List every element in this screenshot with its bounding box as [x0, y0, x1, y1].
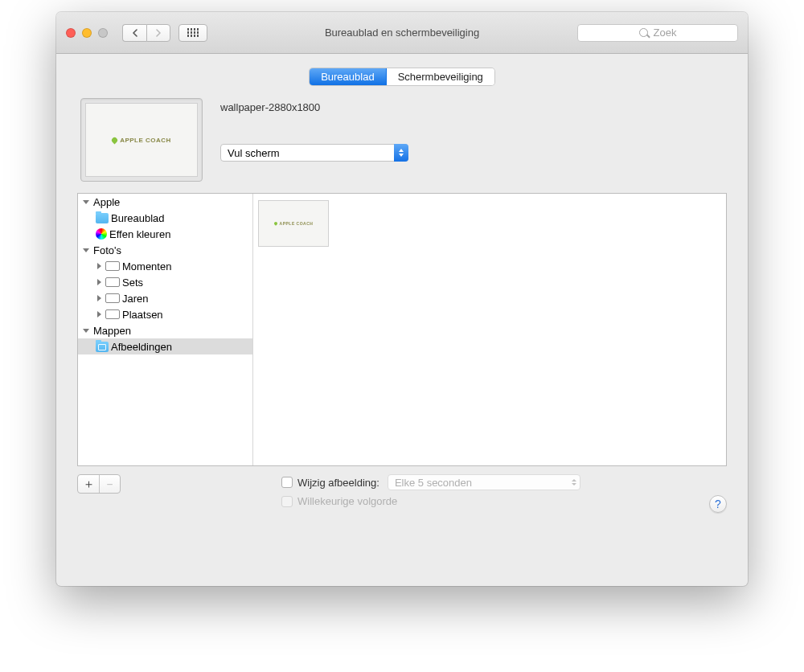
- disclosure-right-icon: [97, 311, 101, 318]
- help-button[interactable]: ?: [709, 495, 727, 513]
- tree-item-pictures[interactable]: Afbeeldingen: [78, 338, 252, 354]
- right-column: wallpaper-2880x1800 Vul scherm: [220, 98, 727, 162]
- random-order-checkbox: [281, 496, 293, 507]
- tree-label: Sets: [122, 277, 143, 289]
- add-remove-group: ＋ －: [77, 474, 121, 494]
- wallpaper-preview-image: APPLE COACH: [85, 103, 198, 177]
- disclosure-down-icon: [83, 200, 89, 204]
- tree-label: Apple: [93, 196, 120, 208]
- tree-label: Momenten: [122, 260, 171, 272]
- preview-logo-text: APPLE COACH: [112, 137, 171, 144]
- tree-item-solid-colors[interactable]: Effen kleuren: [78, 226, 252, 242]
- tree-label: Plaatsen: [122, 309, 163, 321]
- close-icon[interactable]: [66, 28, 76, 38]
- tree-item-desktop[interactable]: Bureaublad: [78, 210, 252, 226]
- nav-group: [122, 24, 170, 42]
- disclosure-right-icon: [97, 295, 101, 301]
- change-picture-label: Wijzig afbeelding:: [297, 477, 379, 489]
- tree-item-places[interactable]: Plaatsen: [78, 306, 252, 322]
- titlebar: Bureaublad en schermbeveiliging Zoek: [56, 12, 748, 54]
- tree-group-photos[interactable]: Foto's: [78, 242, 252, 258]
- tab-control: Bureaublad Schermbeveiliging: [310, 68, 494, 85]
- content: APPLE COACH wallpaper-2880x1800 Vul sche…: [56, 85, 748, 512]
- random-order-label: Willekeurige volgorde: [297, 495, 397, 507]
- thumbnail-logo-text: APPLE COACH: [274, 221, 314, 226]
- tree-item-years[interactable]: Jaren: [78, 290, 252, 306]
- zoom-icon: [98, 28, 108, 38]
- tree-group-apple[interactable]: Apple: [78, 194, 252, 210]
- tab-desktop[interactable]: Bureaublad: [310, 68, 386, 85]
- window-title: Bureaublad en schermbeveiliging: [325, 27, 479, 39]
- disclosure-right-icon: [97, 279, 101, 285]
- collection-icon: [105, 277, 120, 287]
- collection-icon: [105, 309, 120, 319]
- tree-label: Effen kleuren: [109, 228, 170, 240]
- back-button[interactable]: [122, 24, 146, 42]
- search-input[interactable]: Zoek: [577, 24, 738, 42]
- color-wheel-icon: [96, 228, 107, 240]
- show-all-button[interactable]: [178, 24, 207, 42]
- change-picture-row: Wijzig afbeelding: Elke 5 seconden: [281, 474, 580, 490]
- collection-icon: [105, 261, 120, 271]
- select-stepper-icon: [394, 144, 408, 162]
- pictures-folder-icon: [96, 342, 109, 352]
- disclosure-right-icon: [97, 263, 101, 269]
- folder-icon: [96, 213, 109, 223]
- random-order-row: Willekeurige volgorde: [281, 495, 580, 507]
- select-stepper-icon: [572, 479, 576, 486]
- bottom-row: ＋ － Wijzig afbeelding: Elke 5 seconden: [77, 474, 727, 512]
- tree-label: Foto's: [93, 244, 121, 256]
- tree-item-moments[interactable]: Momenten: [78, 258, 252, 274]
- disclosure-down-icon: [83, 329, 89, 333]
- wallpaper-name: wallpaper-2880x1800: [220, 101, 727, 113]
- tree-item-sets[interactable]: Sets: [78, 274, 252, 290]
- preferences-window: Bureaublad en schermbeveiliging Zoek Bur…: [56, 12, 748, 586]
- forward-button: [146, 24, 170, 42]
- tree-label: Afbeeldingen: [111, 341, 172, 353]
- interval-value: Elke 5 seconden: [395, 477, 472, 489]
- tab-row: Bureaublad Schermbeveiliging: [56, 68, 748, 85]
- remove-button: －: [99, 475, 120, 493]
- wallpaper-preview: APPLE COACH: [80, 98, 203, 182]
- search-icon: [639, 27, 650, 39]
- change-options: Wijzig afbeelding: Elke 5 seconden Wille…: [281, 474, 580, 512]
- grid-icon: [187, 28, 199, 37]
- tree-label: Mappen: [93, 325, 131, 337]
- fill-mode-select[interactable]: Vul scherm: [220, 144, 408, 162]
- minimize-icon[interactable]: [82, 28, 92, 38]
- change-picture-checkbox[interactable]: [281, 477, 293, 488]
- interval-select: Elke 5 seconden: [388, 474, 580, 490]
- fill-mode-value: Vul scherm: [228, 147, 280, 159]
- add-button[interactable]: ＋: [78, 475, 99, 493]
- traffic-lights: [66, 28, 108, 38]
- source-sidebar: Apple Bureaublad Effen kleuren Foto's: [78, 194, 253, 465]
- top-row: APPLE COACH wallpaper-2880x1800 Vul sche…: [77, 98, 727, 182]
- tree-label: Jaren: [122, 293, 149, 305]
- collection-icon: [105, 293, 120, 303]
- image-thumbnail[interactable]: APPLE COACH: [258, 200, 329, 247]
- disclosure-down-icon: [83, 248, 89, 252]
- image-grid: APPLE COACH: [253, 194, 726, 465]
- search-placeholder: Zoek: [654, 27, 677, 39]
- tab-screensaver[interactable]: Schermbeveiliging: [386, 68, 494, 85]
- split-view: Apple Bureaublad Effen kleuren Foto's: [77, 193, 727, 466]
- tree-group-folders[interactable]: Mappen: [78, 322, 252, 338]
- tree-label: Bureaublad: [111, 212, 165, 224]
